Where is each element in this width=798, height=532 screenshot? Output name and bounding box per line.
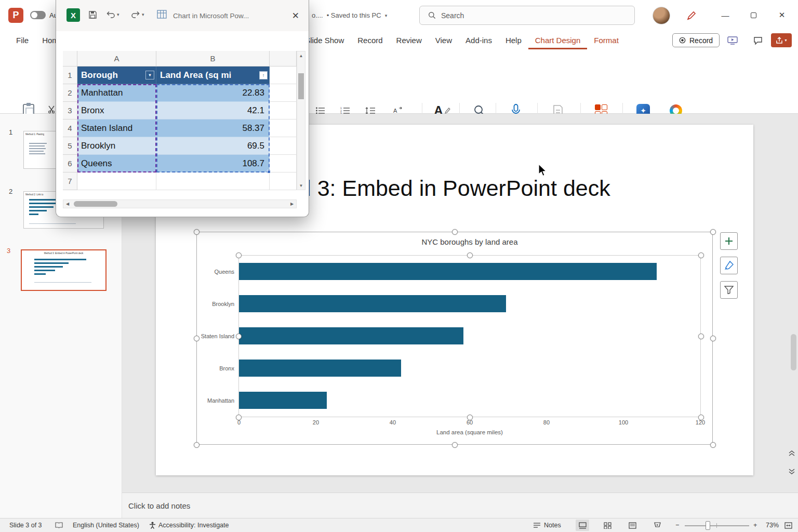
accessibility-status[interactable]: Accessibility: Investigate: [158, 518, 229, 532]
column-header-b[interactable]: B: [156, 51, 270, 66]
minimize-icon[interactable]: —: [713, 0, 738, 30]
chart-title[interactable]: NYC boroughs by land area: [238, 237, 701, 246]
resize-handle[interactable]: [467, 252, 473, 258]
column-header-partial[interactable]: [270, 51, 297, 66]
column-header-a[interactable]: A: [77, 51, 156, 66]
tab-review[interactable]: Review: [390, 31, 429, 49]
undo-icon[interactable]: ▾: [106, 10, 119, 18]
scroll-left-icon[interactable]: ◀: [63, 200, 72, 208]
scroll-down-icon[interactable]: ▼: [297, 181, 305, 190]
chart-table-icon[interactable]: [157, 10, 167, 19]
cell-borough[interactable]: Brooklyn: [77, 137, 156, 155]
row-number[interactable]: 4: [63, 119, 77, 137]
sort-filter-icon[interactable]: ↑: [259, 71, 268, 79]
cell-borough[interactable]: Staten Island: [77, 119, 156, 137]
next-slide-button[interactable]: [786, 464, 797, 478]
cell-area[interactable]: 42.1: [156, 102, 270, 119]
row-number[interactable]: 7: [63, 172, 77, 190]
cell-empty[interactable]: [270, 137, 297, 155]
bar-brooklyn[interactable]: [239, 295, 506, 312]
zoom-slider-thumb[interactable]: [706, 521, 710, 530]
resize-handle[interactable]: [698, 252, 704, 258]
zoom-out-icon[interactable]: −: [675, 518, 679, 532]
bar-bronx[interactable]: [239, 360, 401, 377]
document-title[interactable]: o.... • Saved to this PC ▾: [312, 11, 387, 19]
cell-area[interactable]: 108.7: [156, 155, 270, 172]
bar-manhattan[interactable]: [239, 392, 327, 409]
tab-help[interactable]: Help: [499, 31, 528, 49]
fill-handle[interactable]: [267, 170, 271, 174]
slide-sorter-icon[interactable]: [601, 520, 614, 531]
scrollbar-thumb[interactable]: [74, 201, 117, 207]
tab-record[interactable]: Record: [351, 31, 389, 49]
chart-plot-area[interactable]: Queens Brooklyn Staten Island: [238, 255, 701, 417]
comment-icon[interactable]: [750, 33, 766, 47]
close-icon[interactable]: ✕: [769, 0, 794, 30]
excel-vertical-scrollbar[interactable]: ▲ ▼: [297, 51, 305, 190]
chart-elements-button[interactable]: [720, 232, 738, 250]
scrollbar-thumb[interactable]: [791, 334, 796, 370]
cell-borough[interactable]: Queens: [77, 155, 156, 172]
proofing-icon[interactable]: [55, 518, 63, 532]
tab-add-ins[interactable]: Add-ins: [459, 31, 499, 49]
present-in-teams-button[interactable]: [724, 33, 741, 47]
canvas-scrollbar[interactable]: [791, 116, 796, 488]
excel-horizontal-scrollbar[interactable]: ◀ ▶: [63, 200, 297, 208]
cell-borough[interactable]: [77, 172, 156, 190]
tab-file[interactable]: File: [9, 31, 35, 49]
excel-chart-data-window[interactable]: X ▾ ▾ Chart in Microsoft Pow... ✕ A B 1 …: [56, 0, 309, 217]
resize-handle[interactable]: [710, 229, 716, 235]
bar-staten-island[interactable]: [239, 327, 463, 344]
cell-area[interactable]: 22.83: [156, 84, 270, 102]
zoom-slider[interactable]: [685, 525, 749, 526]
cell-area[interactable]: [156, 172, 270, 190]
cell-empty[interactable]: [270, 102, 297, 119]
resize-handle[interactable]: [194, 442, 200, 448]
row-number[interactable]: 6: [63, 155, 77, 172]
scrollbar-thumb[interactable]: [298, 73, 304, 99]
search-input[interactable]: Search: [419, 6, 635, 25]
tab-view[interactable]: View: [429, 31, 459, 49]
notes-toggle[interactable]: Notes: [533, 518, 561, 532]
save-icon[interactable]: [88, 10, 97, 19]
cell-empty[interactable]: [270, 155, 297, 172]
pen-icon[interactable]: [684, 9, 699, 22]
resize-handle[interactable]: [710, 336, 716, 341]
chart-object[interactable]: NYC boroughs by land area Queens Brookly…: [196, 232, 713, 445]
resize-handle[interactable]: [236, 415, 242, 420]
slide-thumbnail-3[interactable]: Method 3: Embed in PowerPoint deck: [21, 249, 107, 291]
avatar[interactable]: [653, 7, 670, 24]
reading-view-icon[interactable]: [626, 520, 639, 531]
row-number[interactable]: 5: [63, 137, 77, 155]
scroll-right-icon[interactable]: ▶: [288, 200, 296, 208]
language-indicator[interactable]: English (United States): [73, 518, 139, 532]
zoom-in-icon[interactable]: +: [753, 518, 757, 532]
row-number[interactable]: 3: [63, 102, 77, 119]
cell-borough[interactable]: Bronx: [77, 102, 156, 119]
cell-area[interactable]: 69.5: [156, 137, 270, 155]
header-cell-borough[interactable]: Borough ▾: [77, 66, 156, 84]
resize-handle[interactable]: [452, 229, 458, 235]
resize-handle[interactable]: [194, 229, 200, 235]
cell-borough[interactable]: Manhattan: [77, 84, 156, 102]
maximize-icon[interactable]: [741, 0, 766, 30]
bar-queens[interactable]: [239, 263, 657, 280]
share-button[interactable]: ▾: [771, 33, 792, 47]
row-number[interactable]: 1: [63, 66, 77, 84]
resize-handle[interactable]: [467, 415, 473, 420]
previous-slide-button[interactable]: [786, 446, 797, 461]
tab-format[interactable]: Format: [587, 31, 626, 49]
zoom-level[interactable]: 73%: [766, 518, 779, 532]
resize-handle[interactable]: [236, 334, 242, 339]
notes-pane[interactable]: Click to add notes: [122, 493, 798, 518]
redo-icon[interactable]: ▾: [131, 10, 144, 18]
powerpoint-icon[interactable]: P: [8, 8, 23, 23]
cell-empty[interactable]: [270, 119, 297, 137]
cell-area[interactable]: 58.37: [156, 119, 270, 137]
excel-title-bar[interactable]: X ▾ ▾ Chart in Microsoft Pow... ✕: [56, 0, 309, 31]
cell-empty[interactable]: [270, 84, 297, 102]
scroll-up-icon[interactable]: ▲: [297, 51, 305, 60]
record-button[interactable]: Record: [672, 33, 720, 47]
resize-handle[interactable]: [698, 334, 704, 339]
resize-handle[interactable]: [452, 442, 458, 448]
